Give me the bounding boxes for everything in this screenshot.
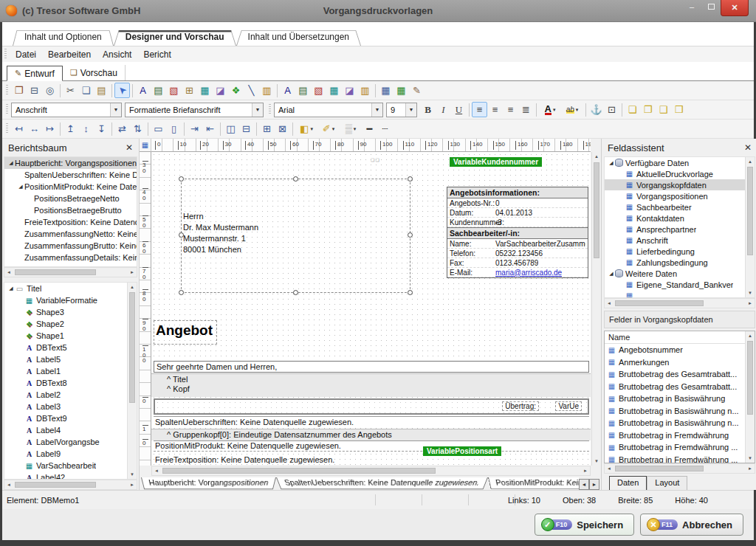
field-item[interactable]: Bruttobetrag in Fremdwährung bbox=[605, 429, 745, 442]
selection-handle[interactable] bbox=[408, 176, 413, 182]
toolbar-button[interactable] bbox=[132, 84, 133, 97]
close-icon[interactable]: ✕ bbox=[126, 142, 133, 153]
highlight-color-button[interactable]: ab bbox=[561, 102, 583, 117]
scroll-down-icon[interactable]: ▼ bbox=[128, 470, 137, 479]
chevron-down-icon[interactable]: ▼ bbox=[371, 103, 382, 117]
assistant-tab[interactable]: Layout bbox=[647, 476, 687, 490]
tree-item[interactable]: ◢ Verfügbare Daten bbox=[605, 157, 745, 168]
fit-height-button[interactable]: ⊠ bbox=[275, 121, 290, 136]
vertical-scrollbar[interactable]: ▲ ▼ bbox=[127, 283, 137, 479]
toolbar-button[interactable] bbox=[111, 84, 112, 97]
tree-item[interactable]: ◢ Titel bbox=[4, 283, 127, 294]
minimize-button[interactable]: – bbox=[682, 0, 701, 13]
dbimage-tool-button[interactable]: ◪ bbox=[342, 83, 357, 98]
close-icon[interactable]: ✕ bbox=[744, 142, 752, 153]
tree-item[interactable]: DBText9 bbox=[4, 412, 127, 424]
bold-button[interactable]: B bbox=[420, 102, 436, 117]
selection-handle[interactable] bbox=[293, 176, 298, 182]
tree-item[interactable]: LabelVorgangsbe bbox=[4, 436, 127, 448]
tree-item[interactable]: Sachbearbeiter bbox=[605, 201, 745, 212]
print-button[interactable]: ⊟ bbox=[27, 83, 42, 98]
tree-item[interactable]: DBText5 bbox=[4, 342, 127, 353]
selection-handle[interactable] bbox=[179, 290, 184, 295]
menu-item[interactable]: Bearbeiten bbox=[42, 48, 97, 61]
align-tops-button[interactable]: ↥ bbox=[63, 121, 78, 136]
band-kopf-label[interactable]: ^ Kopf bbox=[151, 384, 591, 393]
band-titel-label[interactable]: ^ Titel bbox=[151, 374, 591, 384]
tree-item[interactable]: Label4 bbox=[4, 424, 127, 436]
border-button[interactable]: ⊡ bbox=[604, 102, 619, 117]
tree-item[interactable]: Vorgangspositionen bbox=[605, 190, 745, 201]
dbmemo-tool-button[interactable]: ▤ bbox=[295, 83, 311, 98]
space-vertically-button[interactable]: ⇅ bbox=[130, 121, 145, 136]
page-settings-button[interactable]: ✎ bbox=[409, 83, 425, 98]
scroll-right-icon[interactable]: ► bbox=[128, 480, 137, 489]
underline-button[interactable]: U bbox=[451, 102, 467, 117]
tree-item[interactable]: PositionsBetraegeBrutto bbox=[4, 204, 137, 216]
chevron-down-icon[interactable]: ▼ bbox=[110, 103, 121, 117]
tree-item[interactable]: Label5 bbox=[4, 353, 127, 365]
cancel-button[interactable]: ✕ F11 Abbrechen bbox=[640, 514, 743, 536]
tree-item[interactable]: ZusammenfassungBrutto: Keine Datenquelle… bbox=[4, 240, 137, 252]
toolbar-button[interactable] bbox=[622, 103, 622, 117]
toolbar-button[interactable] bbox=[256, 122, 257, 136]
gruppenkopf-band[interactable]: ^ Gruppenkopf[0]: Eindeutige Datensatznu… bbox=[151, 429, 591, 440]
tree-item[interactable] bbox=[605, 290, 745, 298]
variable-kundennummer-element[interactable]: VariableKundennummer bbox=[450, 157, 542, 167]
center-horizontal-button[interactable]: ◫ bbox=[223, 121, 238, 136]
horizontal-scrollbar[interactable]: ◄ ► bbox=[4, 267, 137, 277]
center-vertical-button[interactable]: ⊟ bbox=[238, 121, 254, 136]
offer-info-box[interactable]: Angebotsinformationen: Angebots-Nr.: 0 bbox=[447, 187, 588, 278]
document-tab[interactable]: Inhalt und Optionen bbox=[13, 29, 114, 46]
scroll-up-icon[interactable]: ▲ bbox=[592, 152, 601, 161]
scroll-left-icon[interactable]: ◄ bbox=[605, 299, 614, 308]
align-h-centers-button[interactable]: ↔ bbox=[27, 121, 42, 136]
report-page[interactable]: ❏❏ VariableKundennummer Herr bbox=[151, 152, 591, 466]
tree-item[interactable]: SpaltenUeberschriften: Keine Datenquelle… bbox=[4, 169, 137, 181]
text-tool-button[interactable]: A bbox=[135, 83, 151, 98]
paste-button[interactable]: ▤ bbox=[94, 83, 109, 98]
line-tool-button[interactable]: ╲ bbox=[244, 83, 259, 98]
anchor-button[interactable]: ⚓ bbox=[588, 102, 604, 117]
tree-item[interactable]: Label9 bbox=[4, 448, 127, 460]
band-tab[interactable]: Hauptbericht: Vorgangspositionen bbox=[141, 477, 276, 489]
freietext-band[interactable]: FreieTextposition: Keine Datenquelle zug… bbox=[154, 454, 589, 466]
align-left-button[interactable]: ≡ bbox=[472, 102, 487, 117]
designer-subtab[interactable]: ❏ Vorschau bbox=[63, 65, 126, 80]
tree-item[interactable]: PositionsBetraegeNetto bbox=[4, 193, 137, 204]
tree-item[interactable]: Eigene_Standard_Bankver bbox=[605, 279, 745, 290]
toolbar-button[interactable] bbox=[220, 122, 221, 136]
calc-tool-button[interactable]: ▦ bbox=[197, 83, 213, 98]
tree-item[interactable]: Kontaktdaten bbox=[605, 212, 745, 224]
select-tool-button[interactable]: ➤ bbox=[114, 83, 130, 98]
open-report-button[interactable]: ❐ bbox=[11, 83, 27, 98]
toolbar-button[interactable] bbox=[585, 103, 586, 117]
fill-color-button[interactable]: ◧ bbox=[295, 121, 317, 136]
tab-scroll-left-icon[interactable]: ◄ bbox=[579, 479, 589, 490]
send-back-button[interactable]: ❐ bbox=[640, 102, 656, 117]
selection-handle[interactable] bbox=[408, 290, 413, 295]
memo-tool-button[interactable]: ▤ bbox=[151, 83, 166, 98]
address-block[interactable]: HerrnDr. Max MustermannMustermannstr. 18… bbox=[183, 211, 258, 255]
grow-width-button[interactable]: ⇥ bbox=[187, 121, 202, 136]
scroll-right-icon[interactable]: ► bbox=[746, 299, 755, 308]
canvas-vertical-scrollbar[interactable]: ▲ ▼ bbox=[591, 152, 601, 466]
assistant-tab[interactable]: Daten bbox=[609, 476, 647, 490]
tree-item[interactable]: Anschrift bbox=[605, 235, 745, 246]
style-combobox[interactable]: Anschrift▼ bbox=[11, 103, 122, 117]
band-structure-button[interactable]: ▦ bbox=[378, 83, 394, 98]
copy-button[interactable]: ❏ bbox=[78, 83, 94, 98]
selection-handle[interactable] bbox=[293, 290, 298, 295]
align-left-edges-button[interactable]: ↤ bbox=[11, 121, 27, 136]
toolbar-button[interactable] bbox=[536, 103, 537, 117]
expander-icon[interactable]: ◢ bbox=[608, 271, 615, 277]
selection-handle[interactable] bbox=[408, 232, 413, 238]
fit-width-button[interactable]: ⊞ bbox=[259, 121, 275, 136]
space-horizontally-button[interactable]: ⇄ bbox=[114, 121, 130, 136]
tree-item[interactable]: Vorgangskopfdaten bbox=[605, 179, 745, 190]
richtext-tool-button[interactable]: ▧ bbox=[166, 83, 182, 98]
field-item[interactable]: Bruttobetrag in Basiswährung n... bbox=[605, 405, 745, 418]
scrollbar-thumb[interactable] bbox=[747, 341, 753, 415]
line-width-button[interactable]: ━ bbox=[362, 121, 377, 136]
document-tab[interactable]: Designer und Vorschau bbox=[114, 29, 236, 46]
